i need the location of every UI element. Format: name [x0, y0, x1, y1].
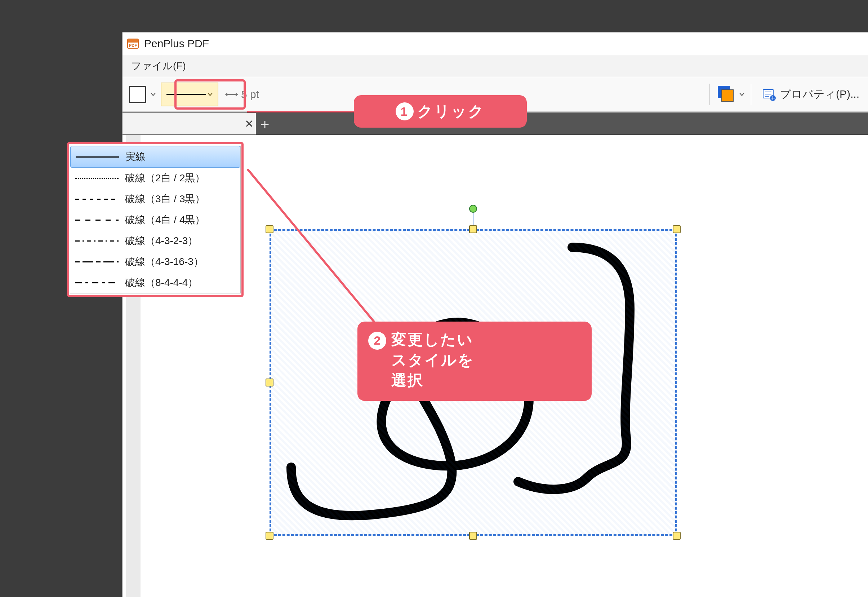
fill-color-picker[interactable]: [126, 83, 157, 106]
toolbar-separator: [710, 84, 710, 105]
properties-button[interactable]: プロパティ(P)...: [756, 83, 864, 106]
titlebar: PDF PenPlus PDF: [123, 33, 868, 55]
line-style-preview-icon: [75, 257, 118, 267]
line-style-option-label: 破線（8-4-4-4）: [125, 276, 198, 290]
menubar: ファイル(F): [123, 55, 868, 77]
close-icon: ✕: [244, 117, 254, 130]
rotation-handle[interactable]: [469, 205, 477, 213]
line-style-option-label: 破線（2白 / 2黒）: [125, 171, 205, 185]
resize-handle-w[interactable]: [265, 379, 274, 386]
app-icon: PDF: [127, 37, 139, 50]
stroke-color-picker[interactable]: [715, 83, 746, 106]
line-style-preview-icon: [75, 215, 118, 225]
line-style-option[interactable]: 破線（4-3-16-3）: [70, 251, 240, 272]
line-style-option[interactable]: 破線（8-4-4-4）: [70, 272, 240, 293]
toolbar-separator: [751, 84, 751, 105]
line-width-value: 5 pt: [241, 88, 259, 101]
fill-swatch-icon: [129, 86, 146, 103]
line-style-preview-icon: [75, 278, 118, 288]
properties-icon: [761, 87, 776, 102]
line-style-option-label: 破線（4白 / 4黒）: [125, 213, 205, 227]
annotation-callout-1: 1 クリック: [354, 95, 527, 128]
line-style-dropdown-button[interactable]: [161, 83, 218, 106]
color-swatch-icon: [718, 86, 735, 103]
chevron-down-icon[interactable]: [206, 83, 214, 106]
svg-text:PDF: PDF: [129, 43, 137, 48]
line-style-option-label: 実線: [125, 150, 145, 164]
tab-close-button[interactable]: ✕: [243, 117, 255, 130]
line-style-preview-icon: [75, 236, 118, 246]
line-style-option[interactable]: 破線（2白 / 2黒）: [70, 168, 240, 189]
line-style-preview: [166, 94, 206, 95]
resize-handle-se[interactable]: [673, 532, 681, 540]
line-style-preview-icon: [75, 173, 118, 183]
app-title: PenPlus PDF: [144, 37, 209, 50]
annotation-badge-2: 2: [368, 332, 386, 350]
resize-handle-s[interactable]: [469, 532, 477, 540]
line-style-option[interactable]: 実線: [70, 146, 240, 168]
line-width-control[interactable]: ⟷ 5 pt: [225, 88, 259, 101]
properties-label: プロパティ(P)...: [780, 87, 859, 102]
resize-handle-ne[interactable]: [673, 225, 681, 233]
line-style-preview-icon: [75, 194, 118, 204]
line-style-dropdown: 実線破線（2白 / 2黒）破線（3白 / 3黒）破線（4白 / 4黒）破線（4-…: [67, 142, 244, 297]
annotation-text-2: 変更したい スタイルを 選択: [391, 330, 474, 391]
line-style-option[interactable]: 破線（4白 / 4黒）: [70, 209, 240, 230]
plus-icon: ＋: [258, 114, 272, 134]
line-style-option[interactable]: 破線（4-3-2-3）: [70, 230, 240, 251]
line-style-option-label: 破線（4-3-16-3）: [125, 255, 204, 269]
resize-handle-sw[interactable]: [265, 532, 274, 540]
resize-handle-n[interactable]: [469, 225, 477, 233]
annotation-badge-1: 1: [395, 102, 414, 120]
tab-add-button[interactable]: ＋: [256, 114, 274, 133]
chevron-down-icon[interactable]: [149, 83, 157, 106]
annotation-text-1: クリック: [417, 101, 485, 122]
annotation-callout-2: 2 変更したい スタイルを 選択: [357, 322, 592, 401]
annotation-connector-1: [247, 111, 354, 113]
menu-file[interactable]: ファイル(F): [126, 57, 191, 75]
line-style-option-label: 破線（3白 / 3黒）: [125, 192, 205, 206]
svg-rect-1: [127, 39, 138, 43]
line-width-icon: ⟷: [225, 89, 238, 100]
line-style-option[interactable]: 破線（3白 / 3黒）: [70, 189, 240, 209]
chevron-down-icon[interactable]: [738, 83, 746, 106]
resize-handle-nw[interactable]: [265, 225, 274, 233]
line-style-option-label: 破線（4-3-2-3）: [125, 234, 198, 248]
line-style-preview-icon: [76, 152, 119, 162]
